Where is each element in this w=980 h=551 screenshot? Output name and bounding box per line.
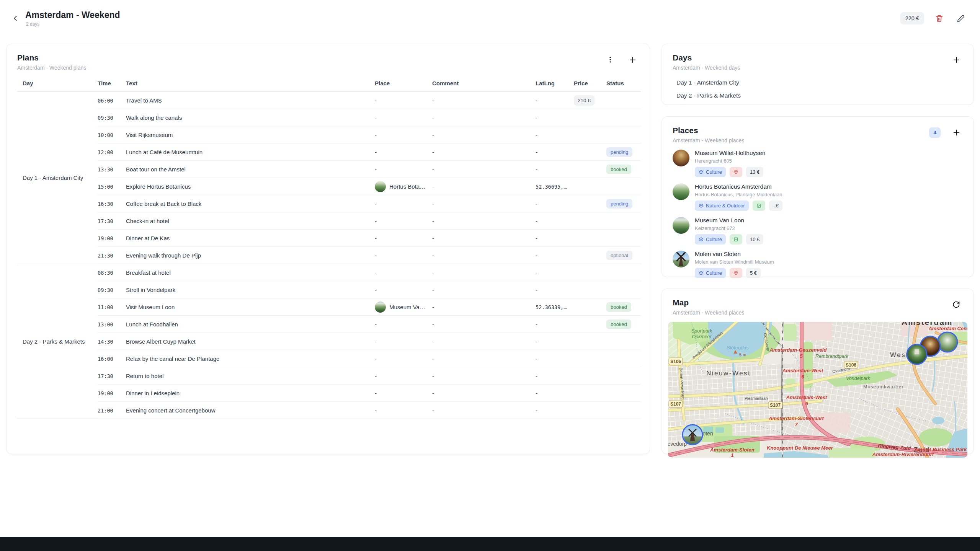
page-subtitle: 2 days — [26, 21, 120, 27]
plan-latlng: 52.36695,… — [536, 184, 567, 190]
plan-row[interactable]: 09:30Walk along the canals--- — [17, 109, 641, 126]
plan-text-cell: Coffee break at Back to Black — [126, 195, 375, 212]
plan-place-cell: - — [375, 350, 432, 367]
bottom-bar — [0, 537, 980, 551]
places-subtitle: Amsterdam - Weekend places — [673, 137, 744, 143]
plan-row[interactable]: 13:00Lunch at Foodhallen---booked — [17, 316, 641, 333]
plan-status-cell — [606, 212, 641, 230]
plan-time-cell: 16:00 — [98, 350, 126, 367]
place-list-item[interactable]: Museum Van LoonKeizersgracht 672Culture1… — [673, 217, 963, 245]
plan-row[interactable]: 16:00Relax by the canal near De Plantage… — [17, 350, 641, 367]
plan-row[interactable]: 15:00Explore Hortus BotanicusHortus Bota… — [17, 178, 641, 195]
day-list-item[interactable]: Day 2 - Parks & Markets — [673, 89, 963, 102]
plan-price-cell — [574, 109, 606, 126]
plan-row[interactable]: 09:30Stroll in Vondelpark--- — [17, 281, 641, 298]
plan-row[interactable]: Day 2 - Parks & Markets08:30Breakfast at… — [17, 264, 641, 281]
pin-badge — [730, 167, 742, 177]
places-count-badge: 4 — [929, 127, 941, 138]
plans-menu-button[interactable] — [604, 53, 617, 66]
plan-price-cell — [574, 298, 606, 316]
plan-price-cell — [574, 230, 606, 247]
plan-comment-cell: - — [432, 367, 536, 385]
plan-row[interactable]: 12:00Lunch at Café de Museumtuin---pendi… — [17, 143, 641, 161]
plan-latlng-cell: 52.36339,… — [536, 298, 574, 316]
plan-time: 21:00 — [98, 408, 113, 414]
trash-icon — [935, 15, 943, 23]
plan-comment-cell: - — [432, 126, 536, 143]
plan-place-chip[interactable]: Hortus Bota… — [375, 181, 429, 192]
place-name: Museum Willet-Holthuysen — [695, 150, 765, 156]
status-badge: booked — [606, 320, 631, 329]
plan-latlng: 52.36339,… — [536, 304, 567, 310]
plan-time: 13:30 — [98, 166, 113, 173]
plan-row[interactable]: 16:30Coffee break at Back to Black---pen… — [17, 195, 641, 212]
page-title: Amsterdam - Weekend — [25, 10, 120, 20]
plan-comment-cell: - — [432, 281, 536, 298]
col-day: Day — [17, 76, 98, 92]
add-place-button[interactable] — [950, 126, 963, 139]
plan-comment-cell: - — [432, 385, 536, 402]
map-marker-museum-van-loon[interactable] — [907, 344, 927, 364]
empty-value: - — [375, 166, 377, 173]
col-text: Text — [126, 76, 375, 92]
plan-row[interactable]: 13:30Boat tour on the Amstel---booked — [17, 161, 641, 178]
plan-latlng-cell: 52.36695,… — [536, 178, 574, 195]
place-body: Molen van SlotenMolen van Sloten Windmil… — [695, 251, 774, 278]
status-badge: optional — [606, 251, 632, 260]
day-list-item[interactable]: Day 1 - Amsterdam City — [673, 76, 963, 89]
plan-comment-cell: - — [432, 143, 536, 161]
plan-row[interactable]: 21:00Evening concert at Concertgebouw--- — [17, 402, 641, 419]
back-button[interactable] — [8, 11, 22, 25]
map-marker-hortus-botanicus[interactable] — [938, 332, 957, 352]
map-marker-molen-van-sloten[interactable] — [683, 425, 702, 445]
place-list-item[interactable]: Museum Willet-HolthuysenHerengracht 605C… — [673, 150, 963, 177]
plan-text-cell: Travel to AMS — [126, 92, 375, 109]
delete-trip-button[interactable] — [933, 12, 946, 25]
svg-text:Amsterdam-Sloten: Amsterdam-Sloten — [710, 447, 755, 453]
map-refresh-button[interactable] — [950, 298, 963, 311]
plan-time-cell: 15:00 — [98, 178, 126, 195]
place-list-item[interactable]: Molen van SlotenMolen van Sloten Windmil… — [673, 251, 963, 278]
price-badge: - € — [769, 201, 782, 211]
empty-value: - — [432, 218, 434, 224]
plan-time-cell: 13:00 — [98, 316, 126, 333]
plan-time: 10:00 — [98, 132, 113, 138]
plan-time: 11:00 — [98, 304, 113, 310]
col-status: Status — [606, 76, 641, 92]
add-plan-button[interactable] — [626, 53, 639, 66]
map-title: Map — [673, 298, 744, 307]
svg-text:Plesmanlaan: Plesmanlaan — [745, 396, 768, 401]
plan-row[interactable]: 14:30Browse Albert Cuyp Market--- — [17, 333, 641, 350]
chevron-left-icon — [11, 14, 20, 23]
plan-row[interactable]: 19:00Dinner at De Kas--- — [17, 230, 641, 247]
plan-text-cell: Stroll in Vondelpark — [126, 281, 375, 298]
plans-table-body: Day 1 - Amsterdam City06:00Travel to AMS… — [17, 92, 641, 419]
empty-value: - — [536, 149, 537, 155]
add-day-button[interactable] — [950, 53, 963, 66]
plan-row[interactable]: 19:00Dinner in Leidseplein--- — [17, 385, 641, 402]
plan-row[interactable]: 10:00Visit Rijksmuseum--- — [17, 126, 641, 143]
plan-place-chip[interactable]: Museum Va… — [375, 302, 429, 313]
plan-price-cell — [574, 161, 606, 178]
plan-row[interactable]: 21:30Evening walk through De Pijp---opti… — [17, 247, 641, 264]
empty-value: - — [536, 132, 537, 138]
plan-row[interactable]: 17:30Return to hotel--- — [17, 367, 641, 385]
plan-status-cell — [606, 126, 641, 143]
place-list-item[interactable]: Hortus Botanicus AmsterdamHortus Botanic… — [673, 183, 963, 211]
edit-trip-button[interactable] — [954, 12, 967, 25]
empty-value: - — [375, 269, 377, 276]
plan-text-cell: Relax by the canal near De Plantage — [126, 350, 375, 367]
empty-value: - — [432, 132, 434, 138]
plan-price-cell — [574, 264, 606, 281]
plan-row[interactable]: Day 1 - Amsterdam City06:00Travel to AMS… — [17, 92, 641, 109]
map-viewport[interactable]: S106 S107 S106 S107 Amsterdam Amsterdam … — [668, 322, 967, 458]
refresh-icon — [952, 301, 960, 308]
empty-value: - — [375, 149, 377, 155]
plan-time-cell: 08:30 — [98, 264, 126, 281]
plan-time: 15:00 — [98, 184, 113, 190]
category-cube-icon — [699, 237, 704, 242]
svg-text:S107: S107 — [670, 401, 681, 407]
plan-row[interactable]: 11:00Visit Museum LoonMuseum Va…-52.3633… — [17, 298, 641, 316]
plan-time: 13:00 — [98, 321, 113, 328]
plan-row[interactable]: 17:30Check-in at hotel--- — [17, 212, 641, 230]
